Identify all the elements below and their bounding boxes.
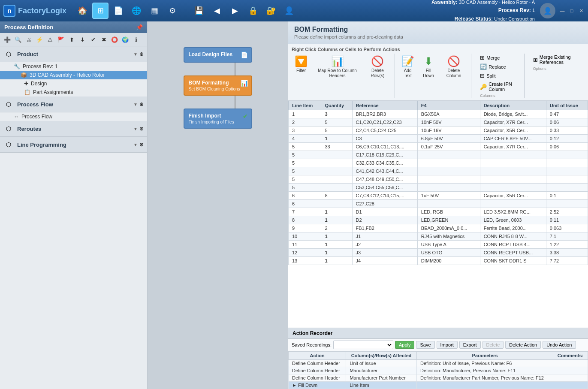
ar-delete-btn[interactable]: Delete xyxy=(482,341,504,349)
table-row[interactable]: 101J1RJ45 with MagneticsCONN RJ45 8-8 W.… xyxy=(289,232,588,241)
table-row[interactable]: 5C53,C54,C55,C56,C... xyxy=(289,184,588,192)
ar-table-row[interactable]: Define Column HeaderManufacturer Part Nu… xyxy=(289,374,588,382)
stb-info[interactable]: ℹ xyxy=(131,35,141,44)
nav-secure-btn[interactable]: 🔐 xyxy=(263,3,279,19)
table-row[interactable]: 5C41,C42,C43,C44,C... xyxy=(289,167,588,175)
nav-panel-btn[interactable]: ▦ xyxy=(146,3,163,19)
replace-btn[interactable]: 🔄 Replace xyxy=(478,63,521,71)
delete-rows-btn[interactable]: 🚫 Delete Row(s) xyxy=(364,54,391,80)
table-row[interactable]: 41C36.8pF 50VCAP CER 6.8PF 50V...0.12 xyxy=(289,135,588,143)
ar-table-row[interactable]: ► Fill DownLine Item xyxy=(289,382,588,389)
ar-delete-action-btn[interactable]: Delete Action xyxy=(505,341,541,349)
tree-process-flow-child[interactable]: ↔ Process Flow xyxy=(0,112,147,121)
merge-existing-btn[interactable]: ⊞ Merge Existing References xyxy=(531,54,585,66)
line-programming-expand-icon[interactable]: ⊕ xyxy=(139,142,144,148)
table-row[interactable]: 5C17,C18,C19,C29,C... xyxy=(289,151,588,159)
node-bom-formatting[interactable]: BOM Formatting Set BOM Cleaning Options … xyxy=(184,75,252,96)
table-row[interactable]: 71D1LED, RGBLED 3.5X2.8MM RG...2.52 xyxy=(289,208,588,216)
bom-table-container[interactable]: Line Item Quantity Reference F4 Descript… xyxy=(288,101,588,328)
node-load-design[interactable]: Load Design Files 📄 xyxy=(184,47,252,63)
maximize-btn[interactable]: □ xyxy=(568,7,575,14)
user-button[interactable]: 👤 xyxy=(540,3,555,18)
table-row[interactable]: 6C27,C28 xyxy=(289,200,588,208)
toolbar-separator-3 xyxy=(524,54,525,98)
table-row[interactable]: 5C32,C33,C34,C35,C... xyxy=(289,159,588,167)
section-process-flow[interactable]: ⬡ Process Flow ▼ ⊕ xyxy=(0,96,147,112)
section-reroutes[interactable]: ⬡ Reroutes ▼ ⊕ xyxy=(0,121,147,137)
table-row[interactable]: 35C2,C4,C5,C24,C2510uF 16VCapacitor, X5R… xyxy=(289,127,588,135)
nav-forward-btn[interactable]: ▶ xyxy=(227,3,243,19)
col-header-uoi[interactable]: Unit of Issue xyxy=(546,101,588,110)
ar-apply-btn[interactable]: Apply xyxy=(395,341,415,349)
table-row[interactable]: 131J4DIMM200CONN SKT DDR1 S7.72 xyxy=(289,257,588,265)
stb-upload[interactable]: ⬆ xyxy=(67,35,76,44)
tree-part-assignments[interactable]: 📋 Part Assignments xyxy=(0,88,147,96)
fill-down-btn[interactable]: ⬇ Fill Down xyxy=(419,54,438,80)
ar-table-row[interactable]: Define Column HeaderManufacturerDefiniti… xyxy=(289,367,588,374)
stb-x[interactable]: ✖ xyxy=(99,35,109,44)
table-row[interactable]: 13BR1,BR2,BR3BGX50ADiode, Bridge, Swit..… xyxy=(289,110,588,118)
stb-print[interactable]: 🖨 xyxy=(24,35,33,44)
map-row-btn[interactable]: 📊 Map Row to Column Headers xyxy=(312,54,362,80)
add-text-btn[interactable]: 📝 Add Text xyxy=(398,54,417,80)
connector-1 xyxy=(235,63,235,75)
stb-search[interactable]: 🔍 xyxy=(13,35,23,44)
reroutes-expand-icon[interactable]: ⊕ xyxy=(139,126,144,132)
stb-lightning[interactable]: ⚡ xyxy=(35,35,44,44)
process-flow-expand-icon[interactable]: ⊕ xyxy=(139,101,144,107)
table-row[interactable]: 68C7,C8,C12,C14,C15,...1uF 50VCapacitor,… xyxy=(289,192,588,200)
pin-icon[interactable]: 📌 xyxy=(136,24,143,30)
ar-undo-action-btn[interactable]: Undo Action xyxy=(543,341,576,349)
nav-globe-btn[interactable]: 🌐 xyxy=(128,3,145,19)
col-header-line-item[interactable]: Line Item xyxy=(289,101,321,110)
table-row[interactable]: 25C1,C20,C21,C22,C2310nF 50VCapacitor, X… xyxy=(289,118,588,127)
nav-lock-btn[interactable]: 🔒 xyxy=(245,3,261,19)
nav-save-btn[interactable]: 💾 xyxy=(191,3,207,19)
delete-column-btn[interactable]: 🚫 Delete Column xyxy=(440,54,467,80)
tree-3dcad[interactable]: 📦 3D CAD Assembly - Helico Rotor xyxy=(0,71,147,79)
table-row[interactable]: 5C47,C48,C49,C50,C... xyxy=(289,175,588,184)
ar-import-btn[interactable]: Import xyxy=(437,341,458,349)
nav-doc-btn[interactable]: 📄 xyxy=(110,3,127,19)
ar-table-container[interactable]: Action Column(s)/Row(s) Affected Paramet… xyxy=(288,351,588,389)
close-btn[interactable]: ✕ xyxy=(578,7,585,14)
table-row[interactable]: 111J2USB Type ACONN RCPT USB 4...1.22 xyxy=(289,241,588,249)
ar-header-row: Action Column(s)/Row(s) Affected Paramet… xyxy=(289,352,588,360)
section-line-programming[interactable]: ⬡ Line Programming ▼ ⊕ xyxy=(0,137,147,153)
minimize-btn[interactable]: — xyxy=(559,7,566,14)
col-header-quantity[interactable]: Quantity xyxy=(321,101,352,110)
table-row[interactable]: 533C6,C9,C10,C11,C13,...0.1uF 25VCapacit… xyxy=(289,143,588,151)
table-row[interactable]: 121J3USB OTGCONN RECEPT USB...3.38 xyxy=(289,249,588,257)
table-row[interactable]: 92FB1,FB2BEAD_2000mA_0.0...Ferrite Bead,… xyxy=(289,224,588,232)
stb-add[interactable]: ➕ xyxy=(3,35,12,44)
col-header-reference[interactable]: Reference xyxy=(352,101,417,110)
node-finish-import[interactable]: Finish Import Finish Importing of Files … xyxy=(184,109,252,129)
stb-warn[interactable]: ⚠ xyxy=(45,35,55,44)
stb-circle[interactable]: ⭕ xyxy=(110,35,119,44)
stb-download[interactable]: ⬇ xyxy=(78,35,87,44)
col-header-description[interactable]: Description xyxy=(480,101,546,110)
stb-globe2[interactable]: 🌍 xyxy=(121,35,130,44)
filter-btn[interactable]: 🔽 Filter xyxy=(292,54,311,75)
nav-process-btn[interactable]: ⊞ xyxy=(92,3,109,19)
tree-process-rev[interactable]: 🔧 Process Rev: 1 xyxy=(0,62,147,71)
nav-back-btn[interactable]: ◀ xyxy=(209,3,225,19)
ar-table-row[interactable]: Define Column HeaderUnit of IssueDefinit… xyxy=(289,360,588,367)
ar-export-btn[interactable]: Export xyxy=(459,341,481,349)
nav-home-btn[interactable]: 🏠 xyxy=(74,3,90,19)
col-header-f4[interactable]: F4 xyxy=(417,101,480,110)
split-btn[interactable]: ⊟ Split xyxy=(478,72,521,80)
nav-settings-btn[interactable]: ⚙ xyxy=(164,3,181,19)
product-expand-icon[interactable]: ⊕ xyxy=(139,51,144,57)
nav-user-mgmt-btn[interactable]: 👤 xyxy=(281,3,297,19)
map-row-icon: 📊 xyxy=(331,55,344,67)
table-row[interactable]: 81D2LED,GREENLED, Green, 06030.11 xyxy=(289,216,588,224)
create-ipn-btn[interactable]: 🔑 Create IPN Column xyxy=(478,81,521,93)
merge-btn[interactable]: ⊞ Merge xyxy=(478,54,521,62)
stb-checkmark[interactable]: ✔ xyxy=(88,35,98,44)
stb-flag[interactable]: 🚩 xyxy=(56,35,66,44)
ar-save-btn[interactable]: Save xyxy=(416,341,434,349)
ar-dropdown[interactable] xyxy=(333,341,393,349)
tree-design[interactable]: ✚ Design xyxy=(0,79,147,88)
section-product[interactable]: ⬡ Product ▼ ⊕ xyxy=(0,46,147,62)
